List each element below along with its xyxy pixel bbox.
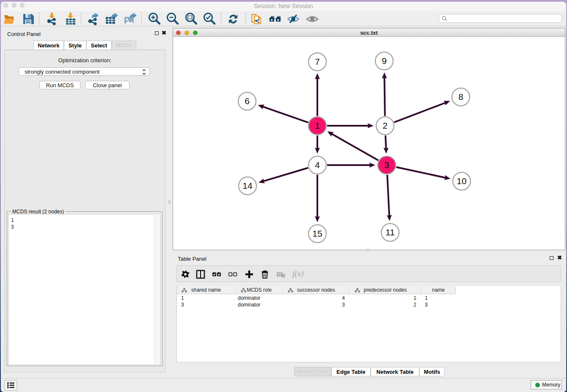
svg-text:1: 1 [315,121,320,130]
svg-text:10: 10 [457,176,466,186]
svg-text:11: 11 [385,227,395,237]
svg-text:3: 3 [384,160,389,170]
svg-text:7: 7 [315,57,320,66]
svg-text:15: 15 [312,229,322,238]
svg-text:2: 2 [383,121,388,130]
svg-text:8: 8 [458,92,463,102]
svg-text:14: 14 [242,181,253,190]
svg-text:4: 4 [315,160,320,170]
svg-text:9: 9 [382,56,387,66]
svg-text:6: 6 [245,96,250,106]
